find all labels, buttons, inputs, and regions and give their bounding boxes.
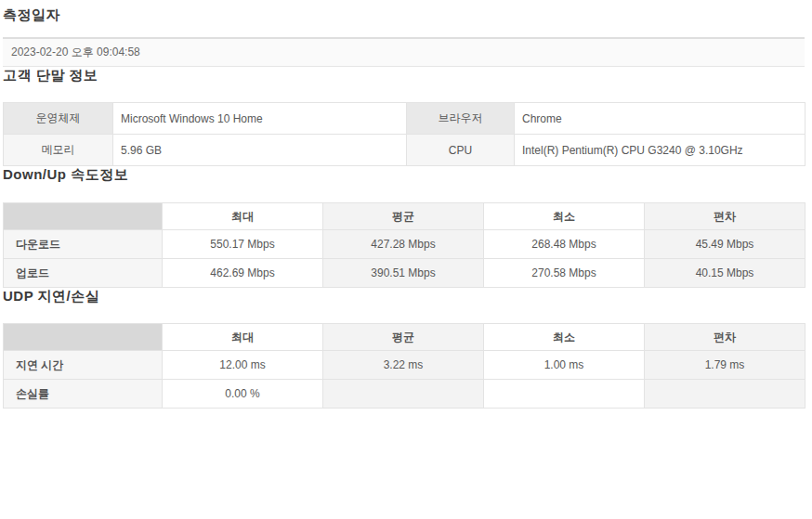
section-title-measurement-date: 측정일자 [3, 6, 809, 23]
udp-row-loss: 손실률 0.00 % [4, 380, 805, 409]
device-info-row: 운영체제 Microsoft Windows 10 Home 브라우저 Chro… [4, 103, 805, 135]
download-min-value: 268.48 Mbps [484, 230, 645, 259]
udp-col-header-max: 최대 [163, 324, 323, 351]
loss-avg-value [323, 380, 484, 409]
delay-avg-value: 3.22 ms [323, 351, 484, 380]
device-label-os: 운영체제 [4, 103, 113, 135]
section-title-udp: UDP 지연/손실 [3, 288, 809, 305]
udp-row-label-delay: 지연 시간 [4, 351, 163, 380]
device-value-os: Microsoft Windows 10 Home [113, 103, 407, 135]
udp-row-delay: 지연 시간 12.00 ms 3.22 ms 1.00 ms 1.79 ms [4, 351, 805, 380]
speed-row-label-upload: 업로드 [4, 259, 163, 288]
udp-corner-cell [4, 324, 163, 351]
speed-col-header-max: 최대 [163, 203, 323, 230]
section-title-device-info: 고객 단말 정보 [3, 67, 809, 84]
device-value-browser: Chrome [515, 103, 805, 135]
device-info-table: 운영체제 Microsoft Windows 10 Home 브라우저 Chro… [3, 102, 805, 166]
device-label-browser: 브라우저 [407, 103, 515, 135]
download-max-value: 550.17 Mbps [163, 230, 323, 259]
speed-row-label-download: 다운로드 [4, 230, 163, 259]
loss-dev-value [645, 380, 805, 409]
speedtest-result-page: 측정일자 2023-02-20 오후 09:04:58 고객 단말 정보 운영체… [0, 0, 809, 409]
loss-min-value [484, 380, 645, 409]
delay-max-value: 12.00 ms [163, 351, 323, 380]
delay-dev-value: 1.79 ms [645, 351, 805, 380]
speed-col-header-avg: 평균 [323, 203, 484, 230]
speed-header-row: 최대 평균 최소 편차 [4, 203, 805, 230]
delay-min-value: 1.00 ms [484, 351, 645, 380]
upload-max-value: 462.69 Mbps [163, 259, 323, 288]
upload-min-value: 270.58 Mbps [484, 259, 645, 288]
speed-corner-cell [4, 203, 163, 230]
download-avg-value: 427.28 Mbps [323, 230, 484, 259]
speed-col-header-min: 최소 [484, 203, 645, 230]
speed-row-download: 다운로드 550.17 Mbps 427.28 Mbps 268.48 Mbps… [4, 230, 805, 259]
device-label-memory: 메모리 [4, 135, 113, 166]
speed-row-upload: 업로드 462.69 Mbps 390.51 Mbps 270.58 Mbps … [4, 259, 805, 288]
udp-row-label-loss: 손실률 [4, 380, 163, 409]
udp-col-header-min: 최소 [484, 324, 645, 351]
speed-table: 최대 평균 최소 편차 다운로드 550.17 Mbps 427.28 Mbps… [3, 202, 805, 288]
upload-avg-value: 390.51 Mbps [323, 259, 484, 288]
loss-max-value: 0.00 % [163, 380, 323, 409]
speed-col-header-dev: 편차 [645, 203, 805, 230]
udp-col-header-dev: 편차 [645, 324, 805, 351]
upload-dev-value: 40.15 Mbps [645, 259, 805, 288]
download-dev-value: 45.49 Mbps [645, 230, 805, 259]
udp-table: 최대 평균 최소 편차 지연 시간 12.00 ms 3.22 ms 1.00 … [3, 323, 805, 409]
device-info-row: 메모리 5.96 GB CPU Intel(R) Pentium(R) CPU … [4, 135, 805, 166]
udp-header-row: 최대 평균 최소 편차 [4, 324, 805, 351]
device-value-memory: 5.96 GB [113, 135, 407, 166]
device-value-cpu: Intel(R) Pentium(R) CPU G3240 @ 3.10GHz [515, 135, 805, 166]
section-title-speed-info: Down/Up 속도정보 [3, 166, 809, 183]
measurement-date-value: 2023-02-20 오후 09:04:58 [3, 37, 805, 67]
udp-col-header-avg: 평균 [323, 324, 484, 351]
device-label-cpu: CPU [407, 135, 515, 166]
